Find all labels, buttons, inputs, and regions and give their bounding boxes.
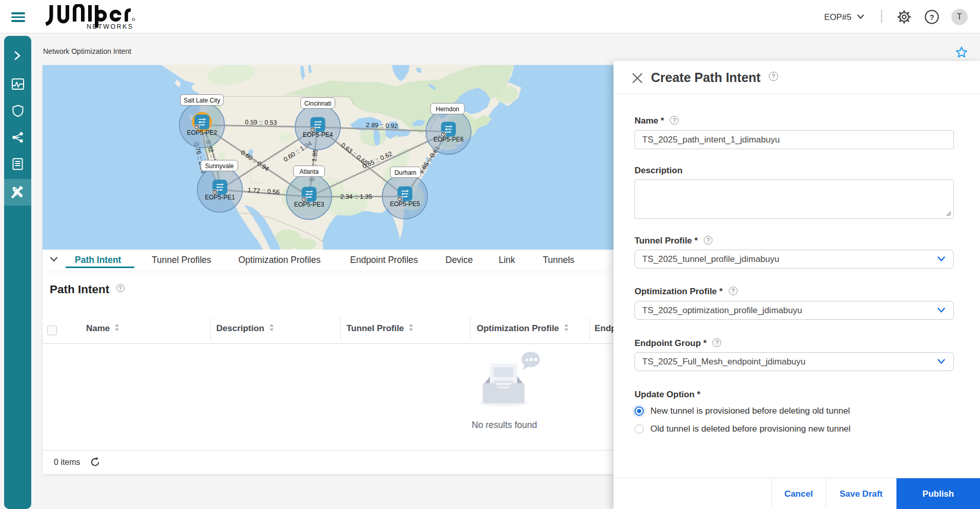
svg-text:Herndon: Herndon (436, 106, 459, 113)
svg-text:EOP5-PE1: EOP5-PE1 (205, 194, 235, 201)
svg-text:Sunnyvale: Sunnyvale (205, 162, 234, 170)
svg-text:EOP5-PE3: EOP5-PE3 (294, 201, 324, 208)
svg-text:Salt Late City: Salt Late City (183, 97, 220, 104)
svg-text:2.89 :: 0.92: 2.89 :: 0.92 (366, 121, 398, 130)
svg-text:?: ? (929, 13, 934, 22)
svg-text:EOP5-PE5: EOP5-PE5 (390, 200, 420, 208)
svg-text:EOP5-PE6: EOP5-PE6 (434, 136, 464, 143)
svg-text:Atlanta: Atlanta (299, 168, 319, 175)
svg-text:Durham: Durham (395, 169, 417, 176)
svg-text:EOP5-PE4: EOP5-PE4 (303, 131, 333, 138)
svg-text:0.59 :: 0.53: 0.59 :: 0.53 (245, 118, 277, 126)
svg-text:NETWORKS: NETWORKS (87, 23, 133, 30)
svg-text:Cincinnati: Cincinnati (304, 100, 332, 107)
svg-text:2.34 :: 1.35: 2.34 :: 1.35 (340, 193, 373, 200)
svg-text:EOP5-PE2: EOP5-PE2 (187, 129, 217, 136)
